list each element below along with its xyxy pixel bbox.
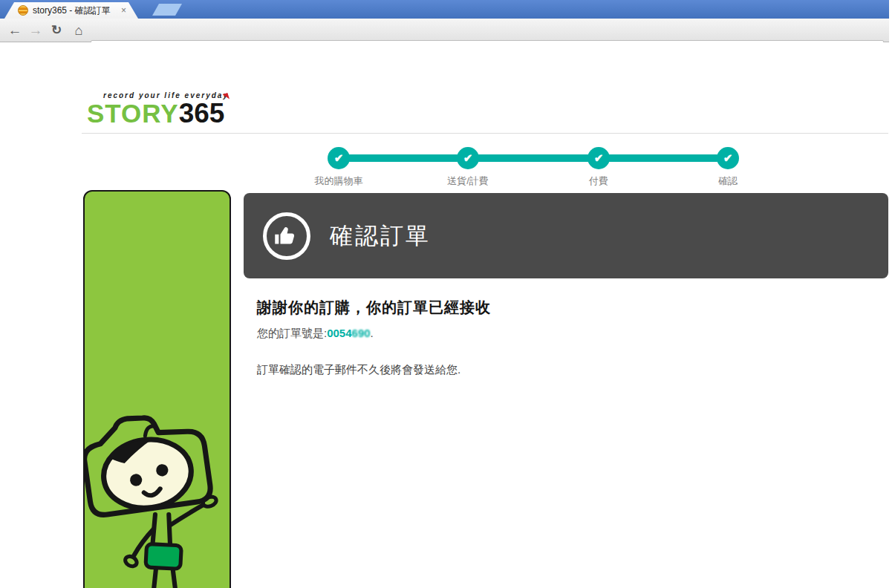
step-label: 送貨/計費 (423, 174, 512, 188)
browser-titlebar: story365 - 確認訂單 × (0, 0, 889, 19)
logo-wordmark: STORY 365 (87, 99, 229, 127)
order-number-label: 您的訂單號是: (257, 327, 327, 339)
order-number-line: 您的訂單號是:0054690. (257, 327, 374, 341)
order-number-suffix: . (371, 327, 374, 339)
confirm-order-header: 確認訂單 (244, 193, 888, 278)
step-confirm[interactable]: ✔ 確認 (683, 147, 772, 188)
story365-logo[interactable]: record your life everyday STORY 365 (87, 91, 229, 127)
back-icon[interactable]: ← (6, 21, 24, 40)
mascot-panel (83, 190, 231, 588)
confirm-order-title: 確認訂單 (330, 220, 431, 252)
step-my-cart[interactable]: ✔ 我的購物車 (294, 147, 383, 188)
logo-365-text: 365 (179, 99, 225, 127)
stepper-connector (339, 154, 728, 162)
logo-story-text: STORY (87, 100, 179, 126)
order-number: 0054690 (327, 327, 370, 339)
thanks-heading: 謝謝你的訂購，你的訂單已經接收 (257, 298, 491, 318)
home-icon[interactable]: ⌂ (70, 21, 88, 40)
browser-toolbar: ← → ↻ ⌂ order.story365.com.tw/?fsaction=… (0, 19, 889, 42)
new-tab-button[interactable] (152, 4, 182, 16)
step-label: 確認 (683, 174, 772, 188)
check-icon[interactable]: ✔ (717, 147, 739, 169)
step-shipping-billing[interactable]: ✔ 送貨/計費 (423, 147, 512, 188)
forward-icon: → (27, 21, 45, 40)
thumbs-up-icon (263, 212, 310, 260)
step-payment[interactable]: ✔ 付費 (554, 147, 643, 188)
email-notice: 訂單確認的電子郵件不久後將會發送給您. (257, 363, 460, 377)
check-icon[interactable]: ✔ (328, 147, 350, 169)
step-label: 我的購物車 (294, 174, 383, 188)
close-tab-icon[interactable]: × (121, 5, 126, 16)
refresh-icon[interactable]: ↻ (48, 21, 65, 40)
check-icon[interactable]: ✔ (457, 147, 479, 169)
story365-favicon (18, 5, 28, 16)
browser-window: story365 - 確認訂單 × ← → ↻ ⌂ order.story365… (0, 0, 895, 588)
mascot-illustration (83, 389, 231, 588)
tab-title: story365 - 確認訂單 (33, 4, 120, 17)
browser-tab[interactable]: story365 - 確認訂單 × (4, 2, 138, 19)
page-content: record your life everyday STORY 365 ✔ 我的… (0, 42, 895, 588)
check-icon[interactable]: ✔ (588, 147, 610, 169)
step-label: 付費 (554, 174, 643, 188)
header-divider (82, 133, 888, 134)
